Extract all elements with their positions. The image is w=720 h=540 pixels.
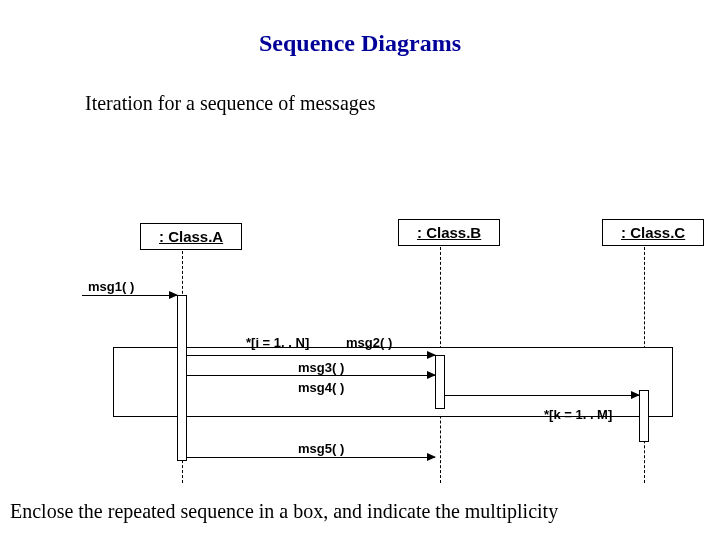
msg5-arrow: [187, 457, 435, 458]
mult-i-label: *[i = 1. . N]: [246, 335, 309, 350]
msg5-label: msg5( ): [298, 441, 344, 456]
mult-k-label: *[k = 1. . M]: [544, 407, 612, 422]
object-class-c: : Class.C: [602, 219, 704, 246]
msg4-arrow: [445, 395, 639, 396]
page-title: Sequence Diagrams: [0, 0, 720, 57]
activation-c: [639, 390, 649, 442]
object-class-a: : Class.A: [140, 223, 242, 250]
msg3-arrow: [187, 375, 435, 376]
msg4-label: msg4( ): [298, 380, 344, 395]
msg2-label: msg2( ): [346, 335, 392, 350]
caption-text: Enclose the repeated sequence in a box, …: [10, 500, 558, 523]
sequence-diagram: : Class.A : Class.B : Class.C msg1( ) *[…: [0, 195, 720, 495]
page-subtitle: Iteration for a sequence of messages: [0, 57, 720, 115]
msg3-label: msg3( ): [298, 360, 344, 375]
object-class-b: : Class.B: [398, 219, 500, 246]
msg2-arrow: [187, 355, 435, 356]
msg1-arrow: [82, 295, 177, 296]
activation-a: [177, 295, 187, 461]
msg1-label: msg1( ): [88, 279, 134, 294]
activation-b: [435, 355, 445, 409]
